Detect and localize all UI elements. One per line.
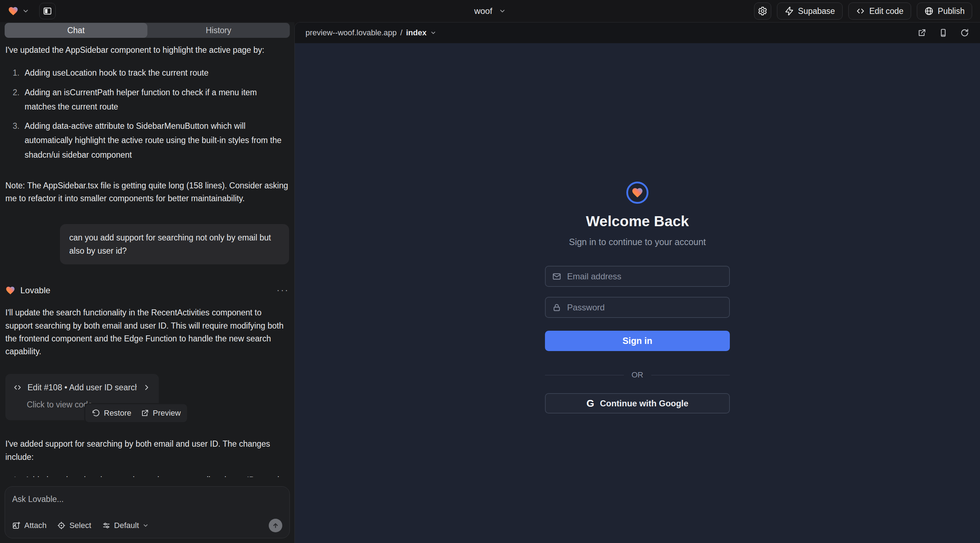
preview-app-viewport: Welcome Back Sign in to continue to your…	[295, 43, 980, 543]
globe-icon	[924, 6, 934, 16]
attach-button[interactable]: Attach	[12, 521, 46, 530]
tab-chat[interactable]: Chat	[5, 23, 147, 38]
google-button-label: Continue with Google	[600, 399, 689, 408]
more-options-icon[interactable]: ···	[277, 283, 289, 297]
list-item: Adding an isCurrentPath helper function …	[22, 85, 289, 114]
app-logo-ring	[626, 182, 649, 204]
project-name: woof	[474, 6, 493, 16]
app-heart-icon	[631, 187, 643, 199]
supabase-button[interactable]: Supabase	[777, 3, 843, 20]
signin-form: Sign in OR G Continue with Google	[545, 266, 730, 413]
lock-icon	[552, 303, 562, 312]
sliders-icon	[102, 521, 111, 530]
select-target-icon	[57, 521, 66, 530]
mail-icon	[552, 272, 562, 281]
mode-label: Default	[114, 521, 139, 530]
lovable-heart-icon	[5, 286, 15, 295]
signin-card: Welcome Back Sign in to continue to your…	[545, 182, 730, 413]
lovable-logo-heart-icon[interactable]	[8, 6, 19, 16]
assistant-header: Lovable ···	[5, 283, 289, 297]
continue-with-google-button[interactable]: G Continue with Google	[545, 393, 730, 413]
assistant-list: Adding useLocation hook to track the cur…	[5, 66, 289, 167]
assistant-list: Added a select dropdown to choose betwee…	[5, 473, 289, 477]
google-g-icon: G	[586, 398, 594, 409]
gear-icon	[758, 6, 767, 16]
publish-label: Publish	[938, 6, 965, 16]
chat-composer: Attach Select Default	[5, 486, 290, 538]
chevron-right-icon	[142, 383, 151, 392]
tab-history[interactable]: History	[147, 23, 290, 38]
supabase-label: Supabase	[798, 6, 835, 16]
email-field[interactable]	[567, 272, 723, 281]
assistant-message-body: I've added support for searching by both…	[5, 437, 289, 464]
chat-message-list[interactable]: I've updated the AppSidebar component to…	[5, 38, 290, 477]
preview-button[interactable]: Preview	[141, 407, 181, 419]
sign-in-button[interactable]: Sign in	[545, 331, 730, 351]
edit-card-title: Edit #108 • Add user ID search supp...	[27, 381, 137, 394]
password-field-wrapper	[545, 297, 730, 318]
toggle-sidebar-button[interactable]	[39, 3, 56, 19]
preview-panel: preview--woof.lovable.app / index	[294, 22, 980, 543]
open-in-new-tab-icon[interactable]	[917, 28, 926, 38]
send-button[interactable]	[269, 519, 282, 532]
list-item: Adding data-active attribute to SidebarM…	[22, 119, 289, 162]
assistant-name: Lovable	[20, 284, 50, 297]
code-icon	[13, 383, 22, 392]
assistant-message-intro: I've updated the AppSidebar component to…	[5, 43, 289, 56]
edit-card-actions: Restore Preview	[84, 403, 188, 424]
mode-dropdown[interactable]: Default	[102, 521, 149, 530]
project-chevron-down-icon	[499, 8, 506, 14]
restore-button[interactable]: Restore	[92, 407, 131, 419]
edit-card-wrapper: Edit #108 • Add user ID search supp... C…	[5, 374, 167, 421]
chat-panel: Chat History I've updated the AppSidebar…	[0, 22, 294, 543]
page-title: Welcome Back	[586, 213, 689, 230]
supabase-bolt-icon	[784, 6, 794, 16]
mobile-view-icon[interactable]	[939, 28, 948, 38]
user-message-text: can you add support for searching not on…	[69, 233, 271, 255]
project-switcher[interactable]: woof	[474, 6, 506, 16]
attach-label: Attach	[24, 521, 46, 530]
user-message-bubble: can you add support for searching not on…	[60, 224, 289, 264]
workspace-chevron-down-icon[interactable]	[22, 8, 29, 14]
or-label: OR	[632, 370, 643, 379]
top-bar: woof Supabase Edit code Publish	[0, 0, 980, 22]
chat-history-tabs: Chat History	[5, 23, 290, 38]
route-chevron-down-icon	[430, 30, 436, 36]
settings-button[interactable]	[754, 3, 771, 20]
preview-label: Preview	[153, 407, 181, 419]
restore-icon	[92, 409, 100, 418]
restore-label: Restore	[104, 407, 131, 419]
edit-code-button[interactable]: Edit code	[848, 3, 911, 20]
chevron-down-icon	[142, 522, 149, 529]
password-field[interactable]	[567, 303, 723, 313]
preview-route: index	[406, 28, 426, 38]
edit-code-label: Edit code	[869, 6, 904, 16]
select-label: Select	[69, 521, 91, 530]
attach-image-icon	[12, 521, 21, 530]
arrow-up-icon	[272, 522, 279, 529]
page-subtitle: Sign in to continue to your account	[569, 237, 706, 247]
refresh-icon[interactable]	[960, 28, 969, 38]
external-link-icon	[141, 409, 149, 418]
code-icon	[856, 6, 865, 16]
publish-button[interactable]: Publish	[917, 3, 972, 20]
preview-domain: preview--woof.lovable.app	[305, 28, 397, 38]
email-field-wrapper	[545, 266, 730, 287]
select-button[interactable]: Select	[57, 521, 91, 530]
list-item: Added a select dropdown to choose betwee…	[22, 473, 289, 477]
or-divider: OR	[545, 370, 730, 379]
chat-input[interactable]	[12, 494, 282, 506]
breadcrumb-separator: /	[401, 28, 402, 38]
assistant-note: Note: The AppSidebar.tsx file is getting…	[5, 179, 289, 205]
assistant-message-intro: I'll update the search functionality in …	[5, 306, 289, 358]
preview-header: preview--woof.lovable.app / index	[295, 22, 980, 43]
list-item: Adding useLocation hook to track the cur…	[22, 66, 289, 80]
preview-url-breadcrumb[interactable]: preview--woof.lovable.app / index	[305, 28, 436, 38]
